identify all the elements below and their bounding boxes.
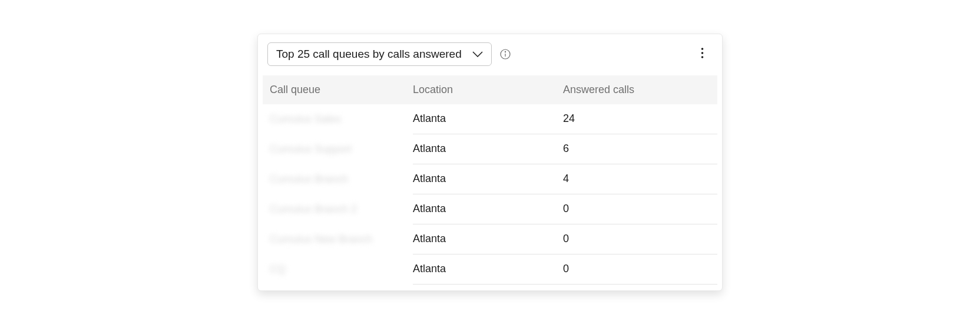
info-icon[interactable] xyxy=(500,49,511,59)
call-queue-table: Call queue Location Answered calls Cumul… xyxy=(258,75,722,285)
column-header-answered[interactable]: Answered calls xyxy=(563,84,717,96)
metric-dropdown[interactable]: Top 25 call queues by calls answered xyxy=(267,42,492,66)
cell-answered: 0 xyxy=(563,254,717,285)
cell-answered: 24 xyxy=(563,104,717,134)
table-header-row: Call queue Location Answered calls xyxy=(263,75,717,104)
cell-location: Atlanta xyxy=(413,224,563,254)
table-row[interactable]: Cumulus Sales Atlanta 24 xyxy=(263,104,717,134)
svg-point-2 xyxy=(505,51,505,52)
cell-answered: 0 xyxy=(563,224,717,254)
card-header: Top 25 call queues by calls answered xyxy=(258,42,722,75)
report-card: Top 25 call queues by calls answered xyxy=(257,34,723,291)
cell-location: Atlanta xyxy=(413,164,563,194)
cell-location: Atlanta xyxy=(413,104,563,134)
column-header-location[interactable]: Location xyxy=(413,84,563,96)
svg-point-3 xyxy=(701,48,703,50)
cell-queue: Cumulus Support xyxy=(263,143,413,156)
cell-answered: 4 xyxy=(563,164,717,194)
column-header-queue[interactable]: Call queue xyxy=(263,84,413,96)
cell-location: Atlanta xyxy=(413,194,563,224)
cell-location: Atlanta xyxy=(413,254,563,285)
cell-queue: Cumulus New Branch xyxy=(263,233,413,246)
cell-queue: Cumulus Branch 2 xyxy=(263,203,413,216)
cell-queue: CQ xyxy=(263,263,413,276)
cell-answered: 6 xyxy=(563,134,717,164)
table-row[interactable]: Cumulus Branch Atlanta 4 xyxy=(263,164,717,194)
dropdown-selected-label: Top 25 call queues by calls answered xyxy=(276,48,462,61)
table-row[interactable]: Cumulus Branch 2 Atlanta 0 xyxy=(263,194,717,224)
more-vertical-icon[interactable] xyxy=(696,47,708,59)
chevron-down-icon xyxy=(472,49,483,59)
cell-queue: Cumulus Sales xyxy=(263,113,413,125)
table-row[interactable]: Cumulus Support Atlanta 6 xyxy=(263,134,717,164)
cell-queue: Cumulus Branch xyxy=(263,173,413,186)
cell-location: Atlanta xyxy=(413,134,563,164)
cell-answered: 0 xyxy=(563,194,717,224)
table-body: Cumulus Sales Atlanta 24 Cumulus Support… xyxy=(258,104,722,285)
svg-point-5 xyxy=(701,56,703,58)
svg-point-4 xyxy=(701,52,703,54)
table-row[interactable]: Cumulus New Branch Atlanta 0 xyxy=(263,224,717,254)
table-row[interactable]: CQ Atlanta 0 xyxy=(263,254,717,285)
